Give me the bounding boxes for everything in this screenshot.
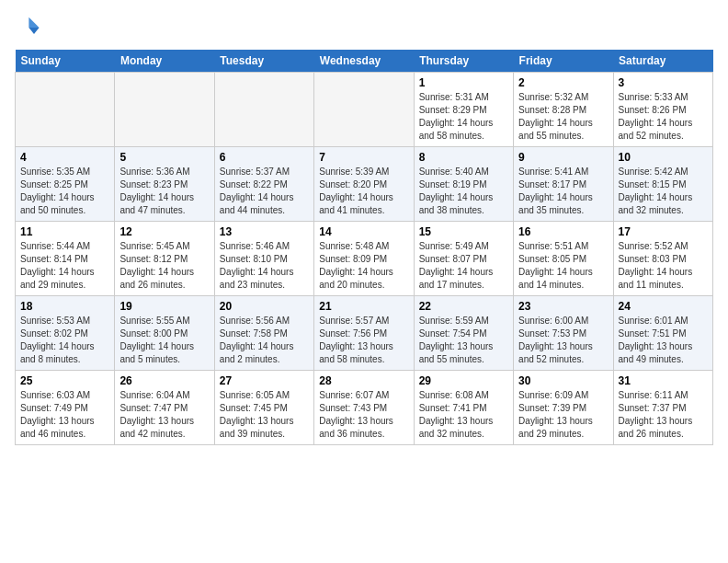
header-day-saturday: Saturday <box>613 50 712 73</box>
calendar-cell: 23Sunrise: 6:00 AM Sunset: 7:53 PM Dayli… <box>514 296 613 371</box>
day-info: Sunrise: 6:05 AM Sunset: 7:45 PM Dayligh… <box>220 389 309 441</box>
calendar-week-2: 4Sunrise: 5:35 AM Sunset: 8:25 PM Daylig… <box>16 147 713 222</box>
calendar-cell: 26Sunrise: 6:04 AM Sunset: 7:47 PM Dayli… <box>115 371 214 445</box>
day-number: 25 <box>20 374 109 387</box>
day-info: Sunrise: 6:00 AM Sunset: 7:53 PM Dayligh… <box>518 315 608 366</box>
header-day-wednesday: Wednesday <box>314 50 414 73</box>
day-info: Sunrise: 5:40 AM Sunset: 8:19 PM Dayligh… <box>419 166 508 217</box>
day-number: 26 <box>119 374 209 387</box>
day-number: 10 <box>619 151 708 164</box>
day-number: 20 <box>220 300 309 313</box>
calendar-cell: 7Sunrise: 5:39 AM Sunset: 8:20 PM Daylig… <box>314 147 414 222</box>
calendar-cell: 4Sunrise: 5:35 AM Sunset: 8:25 PM Daylig… <box>16 147 115 222</box>
day-number: 11 <box>20 225 109 238</box>
day-info: Sunrise: 6:01 AM Sunset: 7:51 PM Dayligh… <box>619 315 708 366</box>
day-number: 29 <box>419 374 508 387</box>
calendar-cell: 18Sunrise: 5:53 AM Sunset: 8:02 PM Dayli… <box>16 296 115 371</box>
calendar-cell: 24Sunrise: 6:01 AM Sunset: 7:51 PM Dayli… <box>613 296 712 371</box>
calendar-cell: 27Sunrise: 6:05 AM Sunset: 7:45 PM Dayli… <box>214 371 313 445</box>
calendar-table: SundayMondayTuesdayWednesdayThursdayFrid… <box>15 50 713 445</box>
day-info: Sunrise: 6:07 AM Sunset: 7:43 PM Dayligh… <box>319 389 408 441</box>
logo-icon <box>15 15 40 40</box>
day-info: Sunrise: 5:53 AM Sunset: 8:02 PM Dayligh… <box>20 315 109 366</box>
day-number: 14 <box>319 225 408 238</box>
header-day-tuesday: Tuesday <box>214 50 313 73</box>
day-info: Sunrise: 5:48 AM Sunset: 8:09 PM Dayligh… <box>319 240 408 292</box>
day-number: 12 <box>119 225 209 238</box>
calendar-cell: 11Sunrise: 5:44 AM Sunset: 8:14 PM Dayli… <box>16 222 115 296</box>
header-day-thursday: Thursday <box>414 50 513 73</box>
day-number: 18 <box>20 300 109 313</box>
day-number: 30 <box>518 374 608 387</box>
day-info: Sunrise: 5:33 AM Sunset: 8:26 PM Dayligh… <box>619 91 708 143</box>
day-info: Sunrise: 6:09 AM Sunset: 7:39 PM Dayligh… <box>518 389 608 441</box>
header-day-monday: Monday <box>115 50 214 73</box>
day-info: Sunrise: 6:11 AM Sunset: 7:37 PM Dayligh… <box>619 389 708 441</box>
calendar-cell <box>115 73 214 147</box>
day-info: Sunrise: 5:39 AM Sunset: 8:20 PM Dayligh… <box>319 166 408 217</box>
calendar-cell: 19Sunrise: 5:55 AM Sunset: 8:00 PM Dayli… <box>115 296 214 371</box>
day-info: Sunrise: 5:46 AM Sunset: 8:10 PM Dayligh… <box>220 240 309 292</box>
calendar-cell <box>214 73 313 147</box>
day-info: Sunrise: 5:45 AM Sunset: 8:12 PM Dayligh… <box>119 240 209 292</box>
day-number: 27 <box>220 374 309 387</box>
day-info: Sunrise: 5:52 AM Sunset: 8:03 PM Dayligh… <box>619 240 708 292</box>
calendar-week-5: 25Sunrise: 6:03 AM Sunset: 7:49 PM Dayli… <box>16 371 713 445</box>
calendar-cell: 25Sunrise: 6:03 AM Sunset: 7:49 PM Dayli… <box>16 371 115 445</box>
day-number: 6 <box>220 151 309 164</box>
day-number: 5 <box>119 151 209 164</box>
day-number: 8 <box>419 151 508 164</box>
calendar-cell: 12Sunrise: 5:45 AM Sunset: 8:12 PM Dayli… <box>115 222 214 296</box>
calendar-cell: 29Sunrise: 6:08 AM Sunset: 7:41 PM Dayli… <box>414 371 513 445</box>
page-header <box>15 15 713 40</box>
day-number: 15 <box>419 225 508 238</box>
day-number: 23 <box>518 300 608 313</box>
svg-marker-0 <box>28 17 39 28</box>
header-day-sunday: Sunday <box>16 50 115 73</box>
day-info: Sunrise: 5:32 AM Sunset: 8:28 PM Dayligh… <box>518 91 608 143</box>
day-info: Sunrise: 5:55 AM Sunset: 8:00 PM Dayligh… <box>119 315 209 366</box>
svg-marker-1 <box>28 28 39 34</box>
calendar-cell <box>16 73 115 147</box>
day-number: 2 <box>518 76 608 89</box>
calendar-cell: 1Sunrise: 5:31 AM Sunset: 8:29 PM Daylig… <box>414 73 513 147</box>
calendar-cell: 6Sunrise: 5:37 AM Sunset: 8:22 PM Daylig… <box>214 147 313 222</box>
calendar-cell: 5Sunrise: 5:36 AM Sunset: 8:23 PM Daylig… <box>115 147 214 222</box>
day-info: Sunrise: 6:03 AM Sunset: 7:49 PM Dayligh… <box>20 389 109 441</box>
calendar-body: 1Sunrise: 5:31 AM Sunset: 8:29 PM Daylig… <box>16 73 713 445</box>
day-info: Sunrise: 5:36 AM Sunset: 8:23 PM Dayligh… <box>119 166 209 217</box>
calendar-cell: 22Sunrise: 5:59 AM Sunset: 7:54 PM Dayli… <box>414 296 513 371</box>
day-number: 1 <box>419 76 508 89</box>
calendar-week-1: 1Sunrise: 5:31 AM Sunset: 8:29 PM Daylig… <box>16 73 713 147</box>
day-info: Sunrise: 5:37 AM Sunset: 8:22 PM Dayligh… <box>220 166 309 217</box>
calendar-cell <box>314 73 414 147</box>
day-info: Sunrise: 6:04 AM Sunset: 7:47 PM Dayligh… <box>119 389 209 441</box>
calendar-cell: 21Sunrise: 5:57 AM Sunset: 7:56 PM Dayli… <box>314 296 414 371</box>
day-info: Sunrise: 5:42 AM Sunset: 8:15 PM Dayligh… <box>619 166 708 217</box>
day-number: 31 <box>619 374 708 387</box>
day-number: 22 <box>419 300 508 313</box>
calendar-cell: 15Sunrise: 5:49 AM Sunset: 8:07 PM Dayli… <box>414 222 513 296</box>
day-number: 28 <box>319 374 408 387</box>
day-number: 21 <box>319 300 408 313</box>
day-info: Sunrise: 5:59 AM Sunset: 7:54 PM Dayligh… <box>419 315 508 366</box>
calendar-cell: 10Sunrise: 5:42 AM Sunset: 8:15 PM Dayli… <box>613 147 712 222</box>
logo <box>15 15 44 40</box>
day-number: 3 <box>619 76 708 89</box>
day-number: 16 <box>518 225 608 238</box>
calendar-cell: 20Sunrise: 5:56 AM Sunset: 7:58 PM Dayli… <box>214 296 313 371</box>
day-number: 19 <box>119 300 209 313</box>
header-day-friday: Friday <box>514 50 613 73</box>
day-info: Sunrise: 6:08 AM Sunset: 7:41 PM Dayligh… <box>419 389 508 441</box>
calendar-cell: 16Sunrise: 5:51 AM Sunset: 8:05 PM Dayli… <box>514 222 613 296</box>
calendar-cell: 30Sunrise: 6:09 AM Sunset: 7:39 PM Dayli… <box>514 371 613 445</box>
calendar-cell: 8Sunrise: 5:40 AM Sunset: 8:19 PM Daylig… <box>414 147 513 222</box>
day-number: 4 <box>20 151 109 164</box>
day-info: Sunrise: 5:51 AM Sunset: 8:05 PM Dayligh… <box>518 240 608 292</box>
day-number: 24 <box>619 300 708 313</box>
calendar-cell: 28Sunrise: 6:07 AM Sunset: 7:43 PM Dayli… <box>314 371 414 445</box>
day-info: Sunrise: 5:57 AM Sunset: 7:56 PM Dayligh… <box>319 315 408 366</box>
calendar-header: SundayMondayTuesdayWednesdayThursdayFrid… <box>16 50 713 73</box>
day-info: Sunrise: 5:31 AM Sunset: 8:29 PM Dayligh… <box>419 91 508 143</box>
day-number: 9 <box>518 151 608 164</box>
